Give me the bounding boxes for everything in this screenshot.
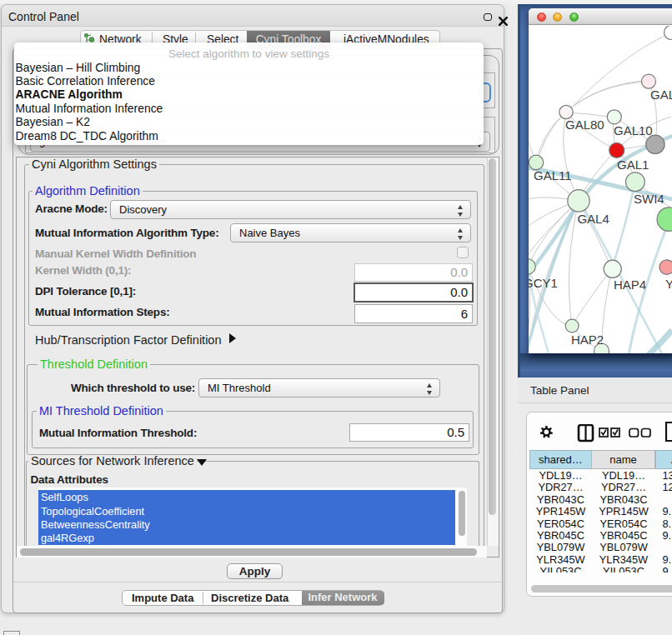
svg-text:GAL1: GAL1 bbox=[617, 158, 649, 172]
svg-text:GAL4: GAL4 bbox=[577, 212, 609, 226]
svg-text:HAP4: HAP4 bbox=[614, 278, 646, 292]
svg-text:GCY1: GCY1 bbox=[529, 276, 558, 290]
svg-text:SWI4: SWI4 bbox=[634, 192, 664, 206]
svg-text:YD: YD bbox=[665, 277, 672, 291]
svg-text:GAL10: GAL10 bbox=[614, 123, 653, 138]
svg-text:GAL7: GAL7 bbox=[650, 88, 672, 102]
svg-text:GAL80: GAL80 bbox=[565, 118, 604, 132]
svg-text:GAL11: GAL11 bbox=[534, 168, 572, 182]
svg-text:HAP2: HAP2 bbox=[571, 332, 604, 347]
